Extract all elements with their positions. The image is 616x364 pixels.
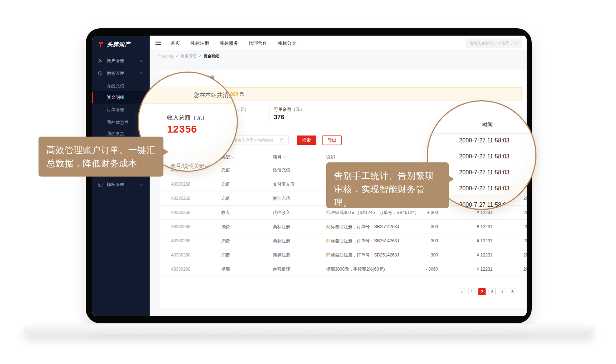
magnified-time: 2000-7-27 11:58:03	[459, 169, 509, 176]
magnified-time: 2000-7-27 11:58:03	[459, 153, 509, 160]
magnified-keyword-placeholder: 订单号/说明关键字	[165, 163, 210, 170]
top-nav: 首页 商标注册 商标服务 代理合作 商标分类	[150, 36, 527, 51]
callout-left: 高效管理账户订单、一键汇总数据，降低财务成本	[38, 137, 163, 177]
search-button[interactable]: 搜索	[297, 136, 316, 145]
brand-logo[interactable]: 头牌知产	[98, 41, 130, 48]
header-desc: 说明	[326, 151, 335, 163]
cell-type: 消费	[221, 234, 230, 248]
cell-time: 2000-7-27 11:58:03	[523, 248, 527, 262]
callout-right: 告别手工统计、告别繁琐审核，实现智能财务管理。	[326, 162, 449, 208]
chevron-up-icon	[140, 72, 144, 76]
sidebar-item-online-recharge[interactable]: 在线充值	[92, 80, 150, 92]
cell-order: 48330268	[171, 234, 190, 248]
hamburger-menu-icon[interactable]	[155, 41, 161, 45]
cell-type: 消费	[221, 248, 230, 262]
pagination-page-1[interactable]: 1	[468, 288, 475, 295]
trademark-search-input[interactable]	[466, 39, 522, 48]
cell-order: 48330268	[171, 220, 190, 234]
cell-balance: ¥ 12231	[451, 234, 493, 248]
cell-amount: - 300	[396, 220, 438, 234]
pagination: < 1 2 3 4 5	[458, 288, 516, 295]
callout-arrow-icon	[448, 175, 454, 183]
balance-value: 376	[274, 114, 284, 121]
cell-type: 消费	[221, 220, 230, 234]
sidebar-item-account[interactable]: 账户管理	[92, 54, 150, 67]
nav-tab-trademark-category[interactable]: 商标分类	[277, 40, 296, 46]
sort-caret-icon	[283, 155, 286, 158]
cell-item: 代理收入	[273, 206, 290, 220]
cell-desc: 商标自助注册，订单号：SB2514263J	[326, 220, 399, 234]
balance-label: 可用余额（元）	[274, 106, 304, 113]
sidebar-item-label: 模板管理	[107, 182, 124, 188]
cell-item: 支付宝充值	[273, 177, 295, 191]
user-icon	[97, 58, 103, 64]
header-item[interactable]: 项目	[273, 151, 285, 163]
brand-logo-icon	[98, 41, 105, 48]
breadcrumb-separator: >	[176, 53, 178, 59]
cell-desc: 提现3000元，手续费2%(60元)	[326, 262, 385, 276]
breadcrumb-item[interactable]: 个人中心	[158, 53, 174, 59]
calendar-icon[interactable]	[280, 138, 284, 142]
breadcrumb-separator: >	[199, 53, 201, 59]
stat-middle-label-fragment: （元）	[236, 106, 249, 113]
magnified-income-value: 12356	[167, 124, 197, 135]
cell-item: 余额提现	[273, 262, 290, 276]
cell-type: 收入	[221, 206, 230, 220]
sidebar-item-finance[interactable]: ¥ 财务管理	[92, 67, 150, 80]
cell-order: 48330268	[171, 177, 190, 191]
cell-item: 微信充值	[273, 191, 290, 206]
nav-tabs: 首页 商标注册 商标服务 代理合作 商标分类	[171, 36, 296, 51]
row-divider	[428, 149, 535, 149]
template-icon	[97, 182, 103, 187]
breadcrumb-bar: 个人中心 > 财务管理 > 资金明细	[150, 51, 527, 61]
cell-balance: ¥ 12231	[451, 262, 493, 276]
cell-time: 2000-7-27 11:58:03	[523, 220, 527, 234]
sidebar-item-label: 财务管理	[107, 70, 124, 77]
pagination-page-5[interactable]: 5	[509, 288, 516, 295]
sidebar-item-fund-details[interactable]: 资金明细	[92, 91, 150, 104]
pagination-page-2[interactable]: 2	[478, 288, 486, 295]
magnified-time: 2000-7-27 11:58:03	[459, 137, 509, 144]
cell-order: 48330268	[171, 248, 190, 262]
cell-order: 48330268	[171, 191, 190, 206]
cell-time: 2000-7-27 11:58:03	[523, 262, 527, 276]
cell-item: 微信充值	[273, 163, 290, 177]
nav-tab-trademark-register[interactable]: 商标注册	[190, 40, 209, 46]
sidebar-item-label: 账户管理	[107, 58, 124, 64]
cell-type: 充值	[221, 177, 230, 191]
stage: 头牌知产 账户管理 ¥ 财务管理 在线充值 资金明细	[0, 0, 616, 364]
cell-type: 提现	[221, 262, 230, 276]
export-button[interactable]: 导出	[322, 136, 342, 145]
cell-amount: - 300	[396, 234, 438, 248]
nav-tab-agent-cooperation[interactable]: 代理合作	[248, 40, 267, 46]
callout-left-text: 高效管理账户订单、一键汇总数据，降低财务成本	[46, 145, 155, 168]
finance-icon: ¥	[97, 70, 103, 76]
row-divider	[428, 133, 535, 134]
cell-item: 商标注册	[273, 220, 290, 234]
stat-divider	[270, 106, 270, 123]
cell-item: 商标注册	[273, 248, 290, 262]
cell-order: 48330268	[171, 206, 190, 220]
magnified-banner: 您在本站共消费 32124	[138, 86, 238, 104]
magnified-time: 2000-7-27 11:58:03	[459, 185, 509, 192]
table-row: 48330268 消费 商标注册 商标自助注册，订单号：SB2514263J -…	[160, 220, 527, 234]
cell-balance: ¥ 12231	[451, 220, 493, 234]
callout-arrow-icon	[163, 148, 169, 155]
brand-logo-text: 头牌知产	[107, 41, 130, 48]
nav-tab-home[interactable]: 首页	[171, 40, 180, 46]
pagination-page-4[interactable]: 4	[499, 288, 506, 295]
chevron-down-icon	[140, 182, 144, 186]
pagination-page-3[interactable]: 3	[489, 288, 496, 295]
nav-tab-trademark-service[interactable]: 商标服务	[219, 40, 238, 46]
sidebar-item-templates[interactable]: 模板管理	[92, 178, 150, 191]
svg-text:¥: ¥	[100, 72, 101, 75]
breadcrumb-item[interactable]: 财务管理	[181, 53, 196, 59]
table-row: 48330268 提现 余额提现 提现3000元，手续费2%(60元) - 30…	[160, 262, 527, 276]
pagination-prev-button[interactable]: <	[458, 288, 465, 295]
cell-desc: 商标自助注册，订单号：SB2514263J	[326, 234, 399, 248]
cell-type: 充值	[221, 163, 230, 177]
cell-order: 48330268	[171, 262, 190, 276]
breadcrumb-current: 资金明细	[203, 53, 219, 59]
sort-caret-icon	[231, 155, 234, 158]
table-row: 48330268 消费 商标注册 商标自助注册，订单号：SB2514263J -…	[160, 248, 527, 262]
